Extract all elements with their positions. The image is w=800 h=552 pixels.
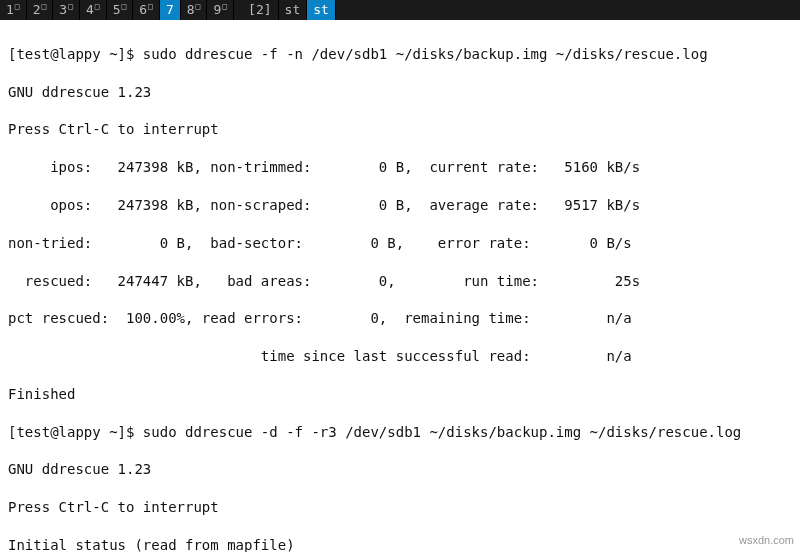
workspace-tab-3[interactable]: 3□ [53, 0, 80, 20]
workspace-tab-4[interactable]: 4□ [80, 0, 107, 20]
output-line: Press Ctrl-C to interrupt [8, 498, 792, 517]
workspace-tab-7[interactable]: 7 [160, 0, 181, 20]
prompt-line-1: [test@lappy ~]$ sudo ddrescue -f -n /dev… [8, 45, 792, 64]
workspace-tab-9[interactable]: 9□ [207, 0, 234, 20]
command-text: sudo ddrescue -f -n /dev/sdb1 ~/disks/ba… [143, 46, 708, 62]
output-line: GNU ddrescue 1.23 [8, 83, 792, 102]
shell-prompt: [test@lappy ~]$ [8, 46, 143, 62]
output-line: non-tried: 0 B, bad-sector: 0 B, error r… [8, 234, 792, 253]
workspace-tab-6[interactable]: 6□ [133, 0, 160, 20]
shell-prompt: [test@lappy ~]$ [8, 424, 143, 440]
terminal-output[interactable]: [test@lappy ~]$ sudo ddrescue -f -n /dev… [0, 20, 800, 552]
output-line: Press Ctrl-C to interrupt [8, 120, 792, 139]
output-line: pct rescued: 100.00%, read errors: 0, re… [8, 309, 792, 328]
output-line: GNU ddrescue 1.23 [8, 460, 792, 479]
output-line: Initial status (read from mapfile) [8, 536, 792, 552]
watermark: wsxdn.com [739, 533, 794, 548]
output-line: time since last successful read: n/a [8, 347, 792, 366]
command-text: sudo ddrescue -d -f -r3 /dev/sdb1 ~/disk… [143, 424, 741, 440]
window-tabbar: 1□ 2□ 3□ 4□ 5□ 6□ 7 8□ 9□ [2] st st [0, 0, 800, 20]
prompt-line-2: [test@lappy ~]$ sudo ddrescue -d -f -r3 … [8, 423, 792, 442]
workspace-tab-1[interactable]: 1□ [0, 0, 27, 20]
output-line: ipos: 247398 kB, non-trimmed: 0 B, curre… [8, 158, 792, 177]
output-line: Finished [8, 385, 792, 404]
window-count: [2] [242, 0, 278, 20]
output-line: rescued: 247447 kB, bad areas: 0, run ti… [8, 272, 792, 291]
workspace-tab-8[interactable]: 8□ [181, 0, 208, 20]
workspace-tab-2[interactable]: 2□ [27, 0, 54, 20]
output-line: opos: 247398 kB, non-scraped: 0 B, avera… [8, 196, 792, 215]
window-tab-st-2[interactable]: st [307, 0, 336, 20]
workspace-tab-5[interactable]: 5□ [107, 0, 134, 20]
window-tab-st-1[interactable]: st [279, 0, 308, 20]
